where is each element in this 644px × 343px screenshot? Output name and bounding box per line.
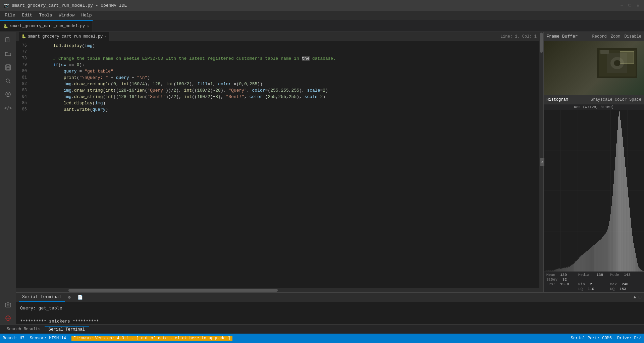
- code-line-81: 81 print("\nQuery: " + query + "\n"): [16, 75, 539, 81]
- terminal-tab-serial[interactable]: Serial Terminal: [19, 293, 65, 302]
- svg-rect-127: [639, 268, 640, 272]
- svg-rect-104: [616, 143, 616, 272]
- svg-point-7: [6, 79, 9, 82]
- record-button[interactable]: Record: [592, 34, 607, 39]
- stat-median: Median 138: [578, 273, 609, 277]
- terminal-tab-settings[interactable]: ⚙: [65, 293, 74, 302]
- menu-window[interactable]: Window: [55, 12, 78, 18]
- window-controls: ─ □ ✕: [619, 3, 641, 8]
- histogram-tab[interactable]: Histogram: [546, 97, 568, 102]
- menu-help[interactable]: Help: [78, 12, 95, 18]
- bottom-tab-serial-terminal[interactable]: Serial Terminal: [45, 326, 89, 333]
- terminal-tabs: Serial Terminal ⚙ 📄: [19, 293, 86, 302]
- status-bar: Board: H7 Sensor: MT9M114 Firmware Versi…: [0, 334, 644, 343]
- svg-rect-103: [615, 157, 615, 272]
- svg-rect-101: [613, 184, 613, 272]
- bottom-tab-search-results[interactable]: Search Results: [3, 326, 45, 332]
- frame-buffer-title: Frame Buffer: [546, 34, 578, 39]
- menu-edit[interactable]: Edit: [18, 12, 36, 18]
- code-line-79: 79 if(sw == 0):: [16, 62, 539, 68]
- svg-rect-39: [551, 271, 551, 272]
- svg-rect-105: [617, 130, 618, 272]
- sidebar-tools-icon[interactable]: [2, 312, 14, 324]
- svg-rect-82: [594, 245, 595, 272]
- terminal-line-2: [20, 311, 640, 318]
- right-panel-collapse[interactable]: >: [540, 158, 544, 166]
- stat-max: Max 240: [610, 282, 641, 286]
- code-editor-header: 🐍 smart_grocery_cart_run_model.py ✕ Line…: [16, 32, 539, 41]
- svg-rect-63: [575, 261, 576, 272]
- svg-rect-95: [607, 230, 607, 272]
- code-line-78: 78 # Change the table name on Beetle ESP…: [16, 55, 539, 62]
- terminal-content[interactable]: Query: get_table ********** snickers ***…: [16, 302, 644, 324]
- frame-buffer-header: Frame Buffer Record Zoom Disable: [544, 32, 644, 41]
- terminal-line-1: Query: get_table: [20, 305, 640, 311]
- title-bar: 📷 smart_grocery_cart_run_model.py - Open…: [0, 0, 644, 11]
- status-serial-port[interactable]: Serial Port: COM6: [571, 336, 612, 341]
- tab-close-button[interactable]: ✕: [87, 24, 89, 29]
- editor-tab-close[interactable]: ✕: [104, 35, 106, 39]
- stat-min: Min 2: [578, 282, 609, 286]
- sidebar-code-icon[interactable]: </>: [2, 102, 14, 114]
- svg-rect-58: [570, 266, 571, 272]
- terminal-line-3: ********** snickers **********: [20, 318, 640, 324]
- sidebar-save-icon[interactable]: [2, 61, 14, 74]
- maximize-button[interactable]: □: [627, 3, 633, 8]
- close-button[interactable]: ✕: [635, 3, 641, 8]
- code-line-86: 86 uart.write(query): [16, 106, 539, 113]
- svg-rect-32: [544, 271, 544, 272]
- code-vscroll-thumb[interactable]: [540, 33, 543, 53]
- svg-rect-53: [565, 268, 566, 272]
- sidebar-camera-icon[interactable]: [2, 299, 14, 311]
- frame-buffer-section: Frame Buffer Record Zoom Disable: [544, 32, 644, 95]
- status-drive[interactable]: Drive: D:/: [617, 336, 641, 341]
- svg-rect-85: [597, 242, 597, 272]
- svg-rect-93: [605, 234, 605, 272]
- editor-tab-main[interactable]: 🐍 smart_grocery_cart_run_model.py ✕: [19, 32, 109, 41]
- terminal-tab-doc[interactable]: 📄: [74, 293, 86, 302]
- svg-rect-123: [635, 253, 636, 272]
- terminal-maximize-button[interactable]: □: [639, 295, 641, 300]
- sidebar-wrench-icon[interactable]: [2, 88, 14, 100]
- terminal-collapse-button[interactable]: ▲: [633, 295, 636, 300]
- svg-rect-52: [564, 267, 565, 272]
- svg-rect-83: [595, 244, 595, 272]
- code-content[interactable]: 76 lcd.display(img) 77 78 # Change the t…: [16, 41, 539, 288]
- menu-tools[interactable]: Tools: [36, 12, 55, 18]
- svg-rect-106: [618, 116, 619, 272]
- svg-rect-10: [5, 303, 11, 307]
- window-title: smart_grocery_cart_run_model.py - OpenMV…: [9, 3, 619, 8]
- position-indicator: Line: 1, Col: 1: [500, 34, 537, 39]
- code-scrollbar-thumb[interactable]: [68, 289, 278, 292]
- svg-rect-38: [550, 270, 550, 272]
- svg-rect-114: [626, 177, 627, 272]
- file-tab-active[interactable]: 🐍 smart_grocery_cart_run_model.py ✕: [0, 20, 93, 32]
- svg-rect-109: [621, 128, 622, 272]
- sidebar-file-icon[interactable]: [2, 35, 14, 47]
- status-firmware[interactable]: Firmware Version: 4.3.1 - [ out of date …: [71, 336, 232, 341]
- menu-file[interactable]: File: [1, 12, 18, 18]
- minimize-button[interactable]: ─: [619, 3, 625, 8]
- sidebar-folder-icon[interactable]: [2, 48, 14, 60]
- svg-rect-116: [628, 197, 629, 272]
- zoom-button[interactable]: Zoom: [611, 34, 621, 39]
- sidebar-search-icon[interactable]: [2, 75, 14, 87]
- terminal-section: Serial Terminal ⚙ 📄 ▲ □ Query: get_table: [16, 292, 644, 324]
- svg-rect-120: [632, 236, 633, 272]
- code-scrollbar[interactable]: [16, 288, 539, 292]
- svg-rect-126: [638, 266, 639, 272]
- svg-rect-72: [584, 253, 585, 272]
- status-sensor[interactable]: Sensor: MT9M114: [30, 336, 66, 341]
- file-tab-bar: 🐍 smart_grocery_cart_run_model.py ✕: [0, 20, 644, 32]
- svg-rect-50: [562, 268, 562, 272]
- file-tab-name: smart_grocery_cart_run_model.py: [10, 24, 85, 29]
- bottom-tabs: Search Results Serial Terminal: [0, 324, 644, 334]
- disable-button[interactable]: Disable: [625, 34, 641, 39]
- svg-rect-108: [620, 120, 621, 272]
- svg-rect-42: [554, 270, 554, 272]
- svg-rect-87: [599, 240, 599, 272]
- status-board[interactable]: Board: H7: [3, 336, 24, 341]
- svg-rect-129: [641, 270, 642, 272]
- histogram-section: Histogram Grayscale Color Space Res (w:1…: [544, 95, 644, 292]
- grayscale-tab[interactable]: Grayscale Color Space: [591, 97, 641, 102]
